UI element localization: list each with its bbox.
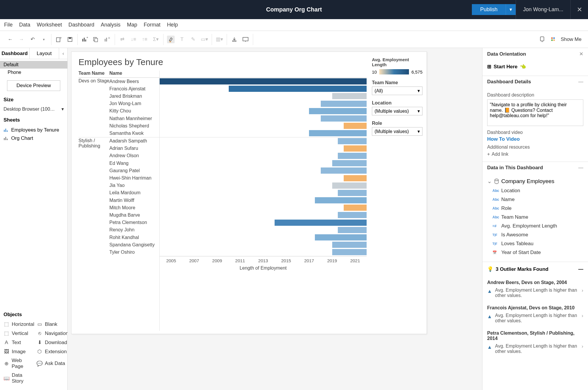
revert-menu-icon[interactable]: ▾	[40, 36, 48, 43]
object-blank[interactable]: ▭Blank	[37, 321, 69, 327]
employee-name[interactable]: Kitty Chou	[109, 107, 159, 115]
menu-worksheet[interactable]: Worksheet	[37, 22, 62, 28]
field-row[interactable]: T|FIs Awesome	[487, 230, 583, 239]
menu-file[interactable]: File	[4, 22, 13, 28]
employee-name[interactable]: Hwei-Shin Harriman	[109, 174, 159, 182]
save-icon[interactable]	[66, 36, 74, 43]
employee-name[interactable]: Andrew Beers	[109, 78, 159, 85]
object-web-page[interactable]: ⊕Web Page	[4, 358, 34, 369]
employee-name[interactable]: Tyler Oshiro	[109, 248, 159, 256]
employee-name[interactable]: Jared Briskman	[109, 92, 159, 100]
cards-icon[interactable]: ▥▾	[216, 36, 223, 43]
add-link-button[interactable]: + Add link	[487, 152, 583, 157]
device-preview-button[interactable]: Device Preview	[7, 80, 60, 91]
tenure-bar[interactable]	[332, 93, 367, 99]
collapse-outliers-icon[interactable]: —	[578, 266, 583, 272]
object-ask-data[interactable]: 💬Ask Data	[37, 358, 69, 369]
employee-name[interactable]: Adrian Sufaru	[109, 145, 159, 152]
filter-select[interactable]: (All)▾	[372, 87, 422, 95]
device-default[interactable]: Default	[0, 61, 67, 69]
start-here-button[interactable]: ⊞ Start Here 👈	[487, 62, 583, 71]
employee-name[interactable]: Petra Clementson	[109, 219, 159, 226]
menu-data[interactable]: Data	[19, 22, 30, 28]
tenure-bar[interactable]	[344, 205, 367, 211]
tenure-bar[interactable]	[321, 167, 367, 174]
employee-name[interactable]: Ed Wang	[109, 160, 159, 167]
tenure-bar[interactable]	[344, 175, 367, 181]
object-download[interactable]: ⬇Download	[37, 339, 69, 346]
video-link[interactable]: How To Video	[487, 136, 583, 142]
sort-asc-icon[interactable]: ↓≡	[130, 36, 137, 43]
employee-name[interactable]: Samantha Kwok	[109, 130, 159, 137]
new-datasource-icon[interactable]: +	[55, 36, 63, 43]
tenure-bar[interactable]	[229, 86, 367, 92]
tenure-bar[interactable]	[338, 153, 367, 159]
collapse-pane-icon[interactable]: ‹	[59, 48, 67, 59]
clear-icon[interactable]: ×	[103, 36, 111, 43]
tenure-bar[interactable]	[338, 227, 367, 233]
desc-textarea[interactable]	[487, 99, 583, 126]
user-menu[interactable]: Jon Wong-Lam...	[516, 0, 570, 19]
field-row[interactable]: AbcTeam Name	[487, 213, 583, 222]
employee-name[interactable]: Nicholas Shepherd	[109, 122, 159, 130]
swap-icon[interactable]: ⇄	[118, 36, 126, 43]
publish-button[interactable]: Publish	[472, 4, 506, 15]
tenure-bar[interactable]	[338, 138, 367, 144]
showme-label[interactable]: Show Me	[561, 36, 582, 42]
tenure-bar[interactable]	[315, 197, 367, 203]
tenure-bar[interactable]	[275, 220, 367, 226]
employee-name[interactable]: Nathan Mannheimer	[109, 115, 159, 122]
employee-name[interactable]: Rohit Kandhal	[109, 234, 159, 241]
field-row[interactable]: AbcLocation	[487, 186, 583, 195]
redo-icon[interactable]: →	[18, 36, 25, 43]
revert-icon[interactable]: ↶	[29, 36, 36, 43]
tenure-bar[interactable]	[338, 212, 367, 218]
filter-select[interactable]: (Multiple values)▾	[372, 127, 422, 136]
publish-dropdown[interactable]: ▾	[506, 4, 516, 15]
tenure-bar[interactable]	[332, 160, 367, 166]
menu-map[interactable]: Map	[127, 22, 137, 28]
tenure-bar[interactable]	[315, 234, 367, 240]
new-worksheet-icon[interactable]: +	[81, 36, 89, 43]
tenure-bar[interactable]	[332, 242, 367, 248]
employee-name[interactable]: Leila Mardoum	[109, 189, 159, 197]
presentation-icon[interactable]	[242, 36, 249, 43]
menu-help[interactable]: Help	[167, 22, 178, 28]
employee-name[interactable]: Martin Wolff	[109, 197, 159, 204]
dashboard-frame[interactable]: Employees by Tenure Team Name Devs on St…	[71, 52, 427, 334]
tenure-bar[interactable]	[332, 249, 367, 255]
data-guide-icon[interactable]	[538, 36, 546, 43]
object-text[interactable]: AText	[4, 339, 34, 346]
sheet-item[interactable]: Employees by Tenure	[0, 126, 67, 134]
outlier-item[interactable]: Francois Ajenstat, Devs on Stage, 2010 ▲…	[482, 302, 588, 327]
fit-icon[interactable]: ▭▾	[201, 36, 208, 43]
sort-desc-icon[interactable]: ↑≡	[141, 36, 148, 43]
tab-dashboard[interactable]: Dashboard	[0, 48, 30, 59]
outlier-item[interactable]: Andrew Beers, Devs on Stage, 2004 ▲Avg. …	[482, 276, 588, 302]
tab-layout[interactable]: Layout	[30, 48, 59, 59]
collapse-details-icon[interactable]: —	[578, 79, 583, 85]
object-data-story[interactable]: 📖Data Story	[4, 372, 34, 384]
highlight-icon[interactable]	[167, 36, 175, 43]
close-orientation-icon[interactable]: ✕	[579, 51, 583, 57]
totals-icon[interactable]: Σ▾	[152, 36, 160, 43]
employee-name[interactable]: Jia Yao	[109, 182, 159, 189]
employee-name[interactable]: Spandana Gangisetty	[109, 241, 159, 248]
tenure-bar[interactable]	[338, 190, 367, 196]
object-image[interactable]: 🖼Image	[4, 348, 34, 355]
field-row[interactable]: T|FLoves Tableau	[487, 239, 583, 248]
employee-name[interactable]: Andrew Olson	[109, 152, 159, 160]
tenure-bar[interactable]	[309, 108, 367, 114]
close-button[interactable]: ✕	[570, 0, 588, 19]
employee-name[interactable]: Gaurang Patel	[109, 167, 159, 174]
field-row[interactable]: AbcRole	[487, 204, 583, 213]
device-phone[interactable]: Phone	[0, 69, 67, 76]
format-icon[interactable]: ✎	[189, 36, 197, 43]
field-row[interactable]: 📅Year of Start Date	[487, 248, 583, 257]
menu-format[interactable]: Format	[144, 22, 161, 28]
employee-name[interactable]: Francois Ajenstat	[109, 85, 159, 92]
tenure-bar[interactable]	[344, 145, 367, 152]
tenure-bar[interactable]	[309, 130, 367, 136]
field-row[interactable]: AbcName	[487, 195, 583, 204]
download-icon[interactable]	[230, 36, 238, 43]
